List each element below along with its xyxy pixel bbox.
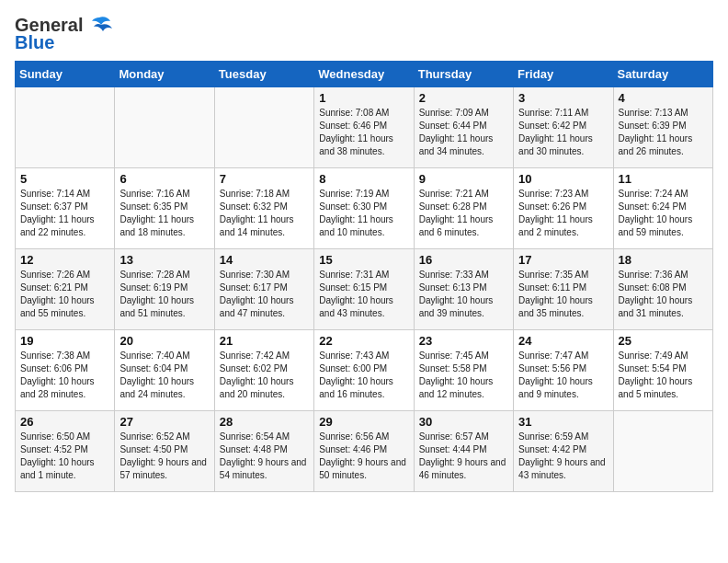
cell-sunset: Sunset: 6:17 PM <box>220 282 288 293</box>
cell-daylight: Daylight: 9 hours and 50 minutes. <box>319 457 406 480</box>
cell-sunset: Sunset: 6:44 PM <box>419 121 487 131</box>
calendar-cell: 4Sunrise: 7:13 AMSunset: 6:39 PMDaylight… <box>613 87 712 168</box>
cell-sunrise: Sunrise: 7:42 AM <box>220 350 290 361</box>
cell-sunset: Sunset: 6:21 PM <box>20 282 88 293</box>
day-header-tuesday: Tuesday <box>214 62 313 87</box>
day-header-monday: Monday <box>115 62 214 87</box>
cell-sunrise: Sunrise: 6:57 AM <box>419 431 489 442</box>
cell-daylight: Daylight: 10 hours and 20 minutes. <box>220 376 294 399</box>
cell-daylight: Daylight: 10 hours and 43 minutes. <box>319 295 393 318</box>
cell-sunset: Sunset: 6:19 PM <box>119 282 188 293</box>
cell-sunset: Sunset: 6:26 PM <box>518 201 586 212</box>
calendar-cell: 16Sunrise: 7:33 AMSunset: 6:13 PMDayligh… <box>414 249 513 330</box>
cell-sunset: Sunset: 6:11 PM <box>518 282 586 293</box>
cell-sunset: Sunset: 5:56 PM <box>518 363 586 373</box>
calendar-cell: 21Sunrise: 7:42 AMSunset: 6:02 PMDayligh… <box>214 330 313 411</box>
calendar-cell: 8Sunrise: 7:19 AMSunset: 6:30 PMDaylight… <box>314 168 414 249</box>
logo: General Blue <box>15 15 112 53</box>
calendar-cell: 1Sunrise: 7:08 AMSunset: 6:46 PMDaylight… <box>314 87 414 168</box>
cell-daylight: Daylight: 10 hours and 35 minutes. <box>518 295 593 318</box>
calendar-cell: 5Sunrise: 7:14 AMSunset: 6:37 PMDaylight… <box>16 168 115 249</box>
calendar-cell: 26Sunrise: 6:50 AMSunset: 4:52 PMDayligh… <box>16 411 115 492</box>
cell-sunrise: Sunrise: 7:30 AM <box>220 270 290 280</box>
day-number: 28 <box>220 415 309 429</box>
cell-daylight: Daylight: 10 hours and 28 minutes. <box>20 376 95 399</box>
calendar-week-4: 19Sunrise: 7:38 AMSunset: 6:06 PMDayligh… <box>16 330 713 411</box>
cell-daylight: Daylight: 10 hours and 24 minutes. <box>119 376 194 399</box>
cell-sunrise: Sunrise: 7:18 AM <box>220 189 290 199</box>
calendar-cell: 19Sunrise: 7:38 AMSunset: 6:06 PMDayligh… <box>16 330 115 411</box>
cell-sunset: Sunset: 6:37 PM <box>20 201 88 212</box>
day-number: 6 <box>119 172 209 186</box>
cell-sunrise: Sunrise: 7:49 AM <box>619 350 688 361</box>
cell-sunrise: Sunrise: 7:13 AM <box>619 108 688 118</box>
cell-daylight: Daylight: 10 hours and 12 minutes. <box>419 376 494 399</box>
cell-daylight: Daylight: 10 hours and 9 minutes. <box>518 376 593 399</box>
day-number: 31 <box>518 415 608 429</box>
day-number: 7 <box>220 172 309 186</box>
day-number: 30 <box>419 415 508 429</box>
cell-daylight: Daylight: 9 hours and 43 minutes. <box>518 457 606 480</box>
cell-daylight: Daylight: 9 hours and 46 minutes. <box>419 457 506 480</box>
cell-sunrise: Sunrise: 7:21 AM <box>419 189 489 199</box>
cell-sunrise: Sunrise: 7:45 AM <box>419 350 489 361</box>
day-number: 26 <box>20 415 109 429</box>
calendar-table: SundayMondayTuesdayWednesdayThursdayFrid… <box>15 61 713 492</box>
calendar-cell: 27Sunrise: 6:52 AMSunset: 4:50 PMDayligh… <box>115 411 214 492</box>
calendar-cell: 23Sunrise: 7:45 AMSunset: 5:58 PMDayligh… <box>414 330 513 411</box>
cell-sunset: Sunset: 6:39 PM <box>619 121 687 131</box>
cell-sunset: Sunset: 4:50 PM <box>119 444 188 454</box>
cell-daylight: Daylight: 11 hours and 22 minutes. <box>20 214 95 237</box>
cell-sunrise: Sunrise: 7:24 AM <box>619 189 688 199</box>
calendar-cell <box>214 87 313 168</box>
cell-daylight: Daylight: 10 hours and 59 minutes. <box>619 214 693 237</box>
cell-daylight: Daylight: 9 hours and 57 minutes. <box>119 457 207 480</box>
cell-daylight: Daylight: 11 hours and 34 minutes. <box>419 133 494 156</box>
cell-daylight: Daylight: 10 hours and 5 minutes. <box>619 376 693 399</box>
cell-sunset: Sunset: 6:04 PM <box>119 363 188 373</box>
calendar-cell: 25Sunrise: 7:49 AMSunset: 5:54 PMDayligh… <box>613 330 712 411</box>
cell-daylight: Daylight: 11 hours and 10 minutes. <box>319 214 393 237</box>
day-number: 23 <box>419 334 508 348</box>
cell-sunrise: Sunrise: 7:19 AM <box>319 189 389 199</box>
cell-sunrise: Sunrise: 7:43 AM <box>319 350 389 361</box>
cell-sunrise: Sunrise: 7:31 AM <box>319 270 389 280</box>
cell-daylight: Daylight: 10 hours and 16 minutes. <box>319 376 393 399</box>
day-header-friday: Friday <box>514 62 613 87</box>
calendar-cell: 24Sunrise: 7:47 AMSunset: 5:56 PMDayligh… <box>514 330 613 411</box>
cell-daylight: Daylight: 11 hours and 26 minutes. <box>619 133 693 156</box>
cell-sunrise: Sunrise: 7:16 AM <box>119 189 189 199</box>
cell-sunrise: Sunrise: 7:08 AM <box>319 108 389 118</box>
cell-daylight: Daylight: 11 hours and 30 minutes. <box>518 133 593 156</box>
cell-sunset: Sunset: 4:46 PM <box>319 444 387 454</box>
cell-sunrise: Sunrise: 7:36 AM <box>619 270 688 280</box>
cell-daylight: Daylight: 9 hours and 54 minutes. <box>220 457 307 480</box>
cell-daylight: Daylight: 10 hours and 31 minutes. <box>619 295 693 318</box>
day-number: 13 <box>119 253 209 267</box>
logo-blue-text: Blue <box>15 32 54 53</box>
cell-sunset: Sunset: 4:44 PM <box>419 444 487 454</box>
cell-sunrise: Sunrise: 6:56 AM <box>319 431 389 442</box>
day-header-wednesday: Wednesday <box>314 62 414 87</box>
calendar-cell <box>115 87 214 168</box>
calendar-cell: 9Sunrise: 7:21 AMSunset: 6:28 PMDaylight… <box>414 168 513 249</box>
cell-sunset: Sunset: 6:24 PM <box>619 201 687 212</box>
cell-daylight: Daylight: 11 hours and 2 minutes. <box>518 214 593 237</box>
cell-sunset: Sunset: 6:00 PM <box>319 363 387 373</box>
cell-daylight: Daylight: 10 hours and 39 minutes. <box>419 295 494 318</box>
cell-sunset: Sunset: 6:02 PM <box>220 363 288 373</box>
day-number: 22 <box>319 334 408 348</box>
cell-sunset: Sunset: 6:32 PM <box>220 201 288 212</box>
calendar-cell: 2Sunrise: 7:09 AMSunset: 6:44 PMDaylight… <box>414 87 513 168</box>
day-number: 20 <box>119 334 209 348</box>
calendar-cell: 22Sunrise: 7:43 AMSunset: 6:00 PMDayligh… <box>314 330 414 411</box>
day-number: 3 <box>518 91 608 105</box>
logo-bird-icon <box>86 16 112 36</box>
cell-sunrise: Sunrise: 6:52 AM <box>119 431 189 442</box>
day-number: 24 <box>518 334 608 348</box>
day-number: 15 <box>319 253 408 267</box>
page-header: General Blue <box>15 15 713 53</box>
cell-sunrise: Sunrise: 6:50 AM <box>20 431 90 442</box>
cell-daylight: Daylight: 11 hours and 18 minutes. <box>119 214 194 237</box>
cell-sunrise: Sunrise: 7:38 AM <box>20 350 90 361</box>
